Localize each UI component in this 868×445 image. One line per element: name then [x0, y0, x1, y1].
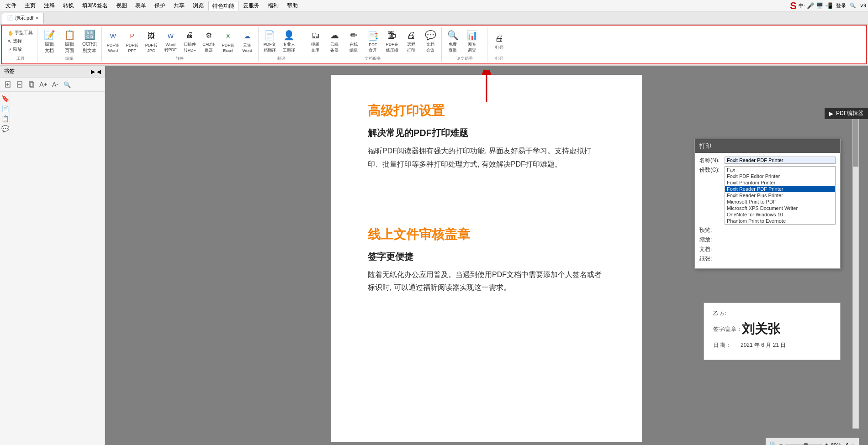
panel-thumbnail-icon[interactable]: 📄 [0, 104, 10, 114]
doc-meeting-btn[interactable]: 💬 文档会议 [421, 28, 439, 54]
convert-buttons: W PDF转Word P PDF转PPT 🖼 PDF转JPG W Word转PD… [104, 27, 256, 55]
menu-help[interactable]: 帮助 [283, 1, 302, 10]
online-compress-btn[interactable]: 🗜 PDF在线压缩 [383, 28, 401, 54]
zoom-plus-icon[interactable]: + [825, 441, 828, 445]
online-edit-btn[interactable]: ✏ 在线编辑 [344, 28, 363, 54]
reading-survey-btn[interactable]: 📊 阅卷调查 [463, 28, 481, 54]
edit-doc-btn[interactable]: 📝 编辑文档 [40, 27, 58, 55]
tab-close-btn[interactable]: ✕ [35, 16, 39, 21]
template-library-btn[interactable]: 🗂 模板文库 [306, 28, 324, 54]
foxit-logo: S 中· 🎤 🖥️ 📲 [790, 0, 832, 12]
pdf-merge-btn[interactable]: 📑 PDF合并 [364, 29, 382, 54]
zoom-value: 80% [831, 442, 841, 445]
pdf-translate-btn[interactable]: 📄 PDF文档翻译 [260, 28, 279, 54]
pdf-merge-label: PDF合并 [369, 42, 377, 53]
ocr-btn[interactable]: 🔠 OCR识别文本 [80, 27, 99, 55]
fullscreen-icon[interactable]: ⤢ [844, 441, 849, 445]
menu-benefits[interactable]: 福利 [264, 1, 282, 10]
indent-tool-btn[interactable]: ⤶ 缩放 [6, 46, 23, 53]
menu-annotate[interactable]: 注释 [40, 1, 58, 10]
register-btn[interactable]: 登录 [836, 2, 846, 9]
menu-file[interactable]: 文件 [2, 1, 20, 10]
scroll-thumb[interactable] [853, 112, 858, 167]
cloud-backup-btn[interactable]: ☁ 云端备份 [325, 28, 344, 54]
sidebar-panels: 🔖 📄 📋 💬 [0, 92, 105, 136]
doc-service-buttons: 🗂 模板文库 ☁ 云端备份 ✏ 在线编辑 📑 PDF合并 [306, 27, 439, 55]
hand-tool-btn[interactable]: ✋ 手型工具 [6, 29, 34, 37]
print-printer-list[interactable]: Fax Foxit PDF Editor Printer Foxit Phant… [725, 166, 836, 225]
sidebar-add-bookmark-btn[interactable] [3, 79, 13, 89]
pdf-to-ppt-btn[interactable]: P PDF转PPT [123, 29, 141, 54]
sidebar-close-btn[interactable]: ◀ [97, 68, 101, 75]
printer-foxit-phantom[interactable]: Foxit Phantom Printer [725, 179, 835, 186]
ribbon: ✋ 手型工具 ↖ 选择 ⤶ 缩放 工具 [1, 25, 867, 64]
pdf-to-excel-btn[interactable]: X PDF转Excel [219, 29, 237, 54]
survey-label: 阅卷调查 [468, 42, 476, 53]
pdf-to-word-btn[interactable]: W PDF转Word [104, 29, 122, 54]
panel-layers-icon[interactable]: 📋 [0, 114, 10, 124]
printer-foxit-editor[interactable]: Foxit PDF Editor Printer [725, 173, 835, 179]
screen-icon[interactable]: 🖥️ [816, 2, 823, 9]
printer-onenote[interactable]: OneNote for Windows 10 [725, 211, 835, 218]
hand-tool-label: 手型工具 [15, 30, 33, 36]
sidebar-filter-btn[interactable]: 🔍 [62, 79, 72, 89]
menu-form[interactable]: 表单 [132, 1, 150, 10]
menu-browse[interactable]: 浏览 [189, 1, 207, 10]
resize-icon: ⤡ [852, 442, 855, 445]
pdf-editor-panel-label[interactable]: ▶ PDF编辑器 [825, 108, 868, 119]
panel-annot-icon[interactable]: 💬 [0, 124, 10, 134]
printer-foxit-reader-plus[interactable]: Foxit Reader Plus Printer [725, 192, 835, 199]
free-check-btn[interactable]: 🔍 免费查重 [444, 28, 462, 54]
pdf-to-word-label: PDF转Word [107, 42, 119, 53]
mic-icon[interactable]: 🎤 [807, 2, 814, 9]
sidebar-remove-bookmark-btn[interactable] [15, 79, 25, 89]
cloud-to-word-btn[interactable]: ☁ 云转Word [238, 29, 256, 54]
zoom-out-icon[interactable]: 🔍 [769, 441, 777, 445]
print-name-value[interactable]: Foxit Reader PDF Printer [725, 157, 836, 164]
search-btn[interactable]: 🔍 [850, 3, 856, 9]
template-library-label: 模板文库 [311, 42, 319, 53]
printer-ms-xps[interactable]: Microsoft XPS Document Writer [725, 205, 835, 211]
print-btn[interactable]: 🖨 打罚 [490, 31, 508, 52]
cad-icon: ⚙ [202, 29, 215, 42]
scroll-bar[interactable] [852, 111, 859, 429]
select-tool-btn[interactable]: ↖ 选择 [6, 37, 23, 45]
professional-translate-btn[interactable]: 👤 专业人工翻译 [280, 28, 298, 54]
printer-foxit-reader[interactable]: Foxit Reader PDF Printer [725, 186, 835, 192]
menu-home[interactable]: 主页 [21, 1, 39, 10]
menu-share[interactable]: 共享 [170, 1, 188, 10]
sidebar-expand-btn[interactable]: ▶ [91, 68, 95, 75]
printer-fax[interactable]: Fax [725, 167, 835, 173]
print-paper-row: 纸张: [699, 255, 836, 263]
printer-phantom-evernote[interactable]: Phantom Print to Evernote [725, 218, 835, 224]
word-to-pdf-btn[interactable]: W Word转PDF [161, 29, 180, 54]
panel-bookmark-icon[interactable]: 🔖 [0, 94, 10, 104]
edit-page-btn[interactable]: 📋 编辑页面 [60, 27, 79, 55]
ribbon-content: ✋ 手型工具 ↖ 选择 ⤶ 缩放 工具 [2, 27, 866, 62]
print-printer-list-row: 份数(C): Fax Foxit PDF Editor Printer Foxi… [699, 166, 836, 225]
menu-fill-sign[interactable]: 填写&签名 [79, 1, 111, 10]
edit-doc-icon: 📝 [43, 28, 56, 41]
menu-cloud[interactable]: 云服务 [239, 1, 263, 10]
sidebar-child-bookmark-btn[interactable] [26, 79, 37, 89]
scan-to-pdf-label: 扫描件转PDF [184, 42, 196, 53]
menu-convert[interactable]: 转换 [59, 1, 78, 10]
sidebar-font-increase-btn[interactable]: A+ [38, 79, 48, 89]
pdf-to-jpg-btn[interactable]: 🖼 PDF转JPG [142, 29, 160, 54]
signature-value: 刘关张 [742, 320, 780, 338]
cad-converter-label: CAD转换器 [202, 42, 215, 53]
menu-special[interactable]: 特色功能 [208, 1, 238, 11]
zoom-minus-icon[interactable]: − [779, 441, 783, 445]
tab-pdf[interactable]: 📄 演示.pdf ✕ [2, 13, 44, 24]
ocr-label: OCR识别文本 [82, 41, 97, 54]
free-check-icon: 🔍 [446, 29, 459, 42]
pdf-translate-label: PDF文档翻译 [264, 42, 276, 53]
menu-view[interactable]: 视图 [112, 1, 131, 10]
sidebar-font-decrease-btn[interactable]: A- [50, 79, 60, 89]
scan-to-pdf-btn[interactable]: 🖨 扫描件转PDF [180, 28, 199, 54]
remote-print-btn[interactable]: 🖨 远程打印 [402, 28, 420, 54]
menu-protect[interactable]: 保护 [151, 1, 169, 10]
phone-icon[interactable]: 📲 [825, 2, 832, 9]
printer-ms-pdf[interactable]: Microsoft Print to PDF [725, 199, 835, 205]
cad-to-converter-btn[interactable]: ⚙ CAD转换器 [200, 28, 218, 54]
